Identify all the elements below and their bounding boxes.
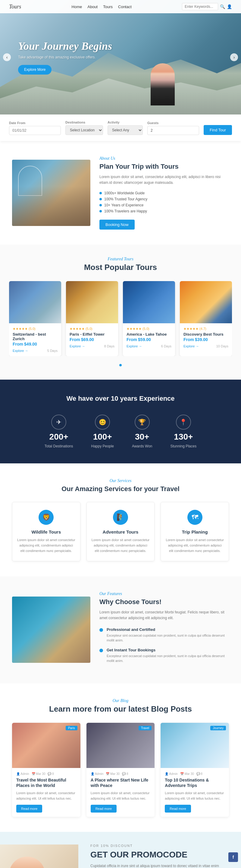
date-input[interactable] [9, 126, 61, 135]
tour-card-3: ★★★★★ (5.0) America - Lake Tahoe From $5… [123, 281, 175, 356]
feature-dot-1 [99, 192, 102, 194]
nav-search-input[interactable] [182, 3, 218, 10]
tour-name-2: Paris - Eiffel Tower [69, 332, 115, 337]
about-content: About Us Plan Your Trip with Tours Lorem… [99, 156, 229, 229]
features-image [12, 596, 90, 663]
tour-days-1: 5 Days [47, 349, 58, 352]
tours-header: Featured Tours Most Popular Tours [9, 257, 232, 272]
service-card-3: 🗺 Trip Planing Lorem ipsum dolor sit ame… [160, 502, 229, 561]
tour-days-2: 8 Days [104, 344, 115, 348]
hero-content: Your Journey Begins Take advantage of th… [18, 40, 112, 74]
tour-body-3: ★★★★★ (5.0) America - Lake Tahoe From $5… [123, 323, 175, 351]
stat-item-1: ✈ 200+ Total Destinations [44, 414, 73, 448]
tour-price-1: From $49.00 [13, 342, 58, 346]
nav-contact[interactable]: Contact [118, 4, 132, 9]
feature-dot-3 [99, 204, 102, 206]
promo-desc: Cupidatat officia in irure sint ut aliqu… [90, 863, 229, 868]
stat-number-1: 200+ [50, 432, 68, 442]
service-desc-1: Lorem ipsum dolor sit amet consectetur a… [17, 537, 76, 554]
nav-user-button[interactable]: 👤 [227, 4, 232, 9]
blog-meta-3: 👤 Admin 📅 Mar 30 💬 8 [165, 772, 225, 776]
nav-search-button[interactable]: 🔍 [220, 4, 225, 9]
tour-body-1: ★★★★★ (5.0) Switzerland - best Zurich Fr… [9, 323, 61, 356]
feature-text-instant: Get Instant Tour Bookings Excepteur sint… [107, 648, 229, 663]
stats-section: We have over 10 years Experience ✈ 200+ … [0, 380, 241, 463]
tour-price-2: From $69.00 [69, 337, 115, 342]
feature-item-3: 10+ Years of Experience [99, 202, 229, 208]
stat-item-4: 📍 130+ Stunning Places [170, 414, 197, 448]
feature-item-4: 100% Travelers are Happy [99, 208, 229, 214]
destination-label: Destinations [65, 121, 103, 124]
tour-card-2: ★★★★★ (5.0) Paris - Eiffel Tower From $6… [66, 281, 118, 356]
hero-next-arrow[interactable]: › [230, 53, 238, 61]
blog-meta-comments-3: 💬 8 [197, 772, 203, 776]
blog-section: Our Blog Learn more from our latest Blog… [0, 683, 241, 832]
nav-tours[interactable]: Tours [103, 4, 113, 9]
service-card-2: 🧗 Adventure Tours Lorem ipsum dolor sit … [87, 502, 155, 561]
blog-card-3: Journey 👤 Admin 📅 Mar 30 💬 8 Top 10 Dest… [160, 723, 229, 817]
tour-explore-1[interactable]: Explore → [13, 349, 28, 352]
promo-content: FOR 10% DISCOUNT GET OUR PROMOCODE Cupid… [78, 832, 241, 868]
carousel-dot-active[interactable] [119, 364, 122, 366]
stat-label-1: Total Destinations [44, 444, 73, 448]
feature-icon-professional [99, 628, 103, 632]
service-name-1: Wildlife Tours [17, 529, 76, 534]
stat-number-4: 130+ [174, 432, 193, 442]
services-grid: 🦁 Wildlife Tours Lorem ipsum dolor sit a… [12, 502, 229, 561]
about-title: Plan Your Trip with Tours [99, 163, 229, 170]
find-tour-button[interactable]: Find Tour [204, 125, 232, 135]
hero-cta-button[interactable]: Explore More [18, 65, 52, 75]
tour-rating-1: ★★★★★ (5.0) [13, 327, 58, 331]
blog-tag-1: Paris [66, 726, 78, 730]
floating-fb-icon[interactable]: f [228, 852, 238, 862]
destination-select[interactable]: Select Location [65, 125, 103, 135]
service-name-3: Trip Planing [165, 529, 224, 534]
service-icon-1: 🦁 [38, 510, 54, 525]
guests-input[interactable] [147, 126, 199, 135]
promo-image [0, 844, 78, 868]
guests-field: Guests [147, 121, 199, 135]
tour-explore-4[interactable]: Explore → [183, 344, 199, 348]
blog-meta-user-3: 👤 Admin [165, 772, 178, 776]
nav-logo: Tours [9, 4, 21, 10]
feature-desc-instant: Excepteur sint occaecat cupidatat non pr… [107, 653, 229, 663]
read-more-2[interactable]: Read more [91, 805, 117, 812]
date-label: Date From [9, 121, 61, 125]
tours-tag: Featured Tours [9, 257, 232, 261]
read-more-1[interactable]: Read more [16, 805, 42, 812]
stat-icon-2: 😊 [95, 414, 110, 430]
tour-price-4: From $39.00 [183, 337, 228, 342]
tour-rating-2: ★★★★★ (5.0) [69, 327, 115, 331]
tour-card-4: ★★★★★ (4.7) Discovery Best Tours From $3… [180, 281, 232, 356]
feature-text-professional: Professional and Certified Excepteur sin… [107, 627, 229, 643]
tour-explore-2[interactable]: Explore → [69, 344, 85, 348]
blog-meta-1: 👤 Admin 📅 Mar 30 💬 8 [16, 772, 76, 776]
feature-dot-2 [99, 198, 102, 200]
hero-prev-arrow[interactable]: ‹ [3, 53, 11, 61]
feature-item-professional: Professional and Certified Excepteur sin… [99, 627, 229, 643]
hero-title: Your Journey Begins [18, 40, 112, 53]
nav-home[interactable]: Home [72, 4, 82, 9]
blog-body-1: 👤 Admin 📅 Mar 30 💬 8 Travel the Most Bea… [12, 768, 81, 817]
blog-meta-date-1: 📅 Mar 30 [32, 772, 46, 776]
tours-section: Featured Tours Most Popular Tours ★★★★★ … [0, 245, 241, 380]
activity-select[interactable]: Select Any [108, 125, 143, 135]
read-more-3[interactable]: Read more [165, 805, 191, 812]
tour-body-4: ★★★★★ (4.7) Discovery Best Tours From $3… [180, 323, 232, 351]
date-field: Date From [9, 121, 61, 135]
blog-tag-2: Travel [139, 726, 152, 730]
tour-image-1 [9, 281, 61, 323]
tour-explore-3[interactable]: Explore → [126, 344, 142, 348]
feature-desc-professional: Excepteur sint occaecat cupidatat non pr… [107, 633, 229, 643]
nav-about[interactable]: About [87, 4, 98, 9]
about-image [12, 160, 90, 226]
book-button[interactable]: Booking Now [99, 220, 135, 229]
stat-item-2: 😊 100+ Happy People [91, 414, 114, 448]
blog-image-2: Travel [87, 723, 155, 768]
tour-days-3: 6 Days [161, 344, 172, 348]
activity-label: Activity [108, 121, 143, 124]
services-tag: Our Services [12, 478, 229, 483]
blog-meta-comments-1: 💬 8 [48, 772, 54, 776]
search-bar: Date From Destinations Select Location A… [9, 121, 232, 135]
blog-meta-date-3: 📅 Mar 30 [180, 772, 194, 776]
